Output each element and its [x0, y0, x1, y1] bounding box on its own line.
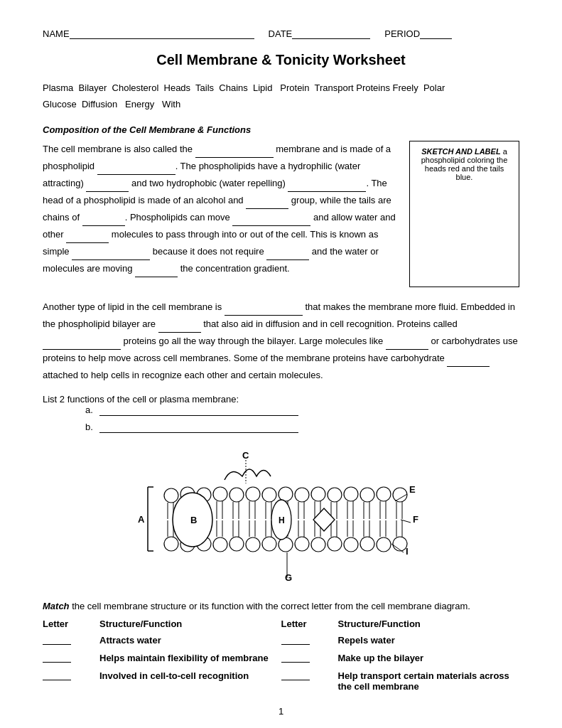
svg-point-82	[229, 537, 244, 551]
blank-10[interactable]	[266, 250, 309, 260]
svg-point-13	[328, 488, 342, 502]
label-C: C	[242, 450, 249, 461]
blank-answer-1[interactable]	[43, 635, 71, 645]
blank-answer-r2[interactable]	[281, 653, 310, 663]
svg-point-84	[262, 537, 276, 551]
name-label: NAME	[43, 28, 70, 39]
label-G: G	[285, 572, 292, 583]
list-label-a: a.	[85, 405, 99, 416]
spike-C	[225, 469, 271, 480]
blank-answer-r1[interactable]	[281, 635, 310, 645]
match-row-1: Attracts water Repels water	[43, 635, 519, 647]
svg-point-10	[279, 487, 293, 501]
svg-point-78	[164, 537, 178, 551]
header-line: NAME DATE PERIOD	[43, 28, 519, 39]
name-field: NAME	[43, 28, 254, 39]
blank-2[interactable]	[97, 165, 175, 175]
svg-point-11	[295, 488, 309, 502]
word-bank-text: Plasma Bilayer Cholesterol Heads Tails C…	[43, 82, 445, 109]
svg-point-86	[295, 537, 309, 551]
sketch-box: SKETCH AND LABEL a phospholipid coloring…	[409, 141, 519, 287]
match-desc-1: Attracts water	[99, 635, 281, 646]
svg-point-6	[213, 487, 227, 501]
blank-1[interactable]	[195, 148, 274, 158]
word-bank: Plasma Bilayer Cholesterol Heads Tails C…	[43, 80, 519, 113]
svg-point-12	[311, 487, 325, 501]
match-row-2: Helps maintain flexibility of membrane M…	[43, 653, 519, 665]
match-intro: Match the cell membrane structure or its…	[43, 601, 519, 611]
blank-12[interactable]	[225, 306, 303, 316]
svg-point-89	[344, 537, 358, 552]
label-B: B	[190, 515, 197, 525]
blank-11[interactable]	[135, 267, 178, 277]
list-label-b: b.	[85, 422, 99, 433]
label-H: H	[279, 515, 285, 525]
label-I: I	[406, 546, 409, 557]
list-line-a[interactable]	[99, 405, 298, 416]
match-desc-r3: Help transport certain materials across …	[338, 670, 520, 692]
name-underline[interactable]	[70, 38, 254, 39]
match-blank-r1	[281, 635, 338, 647]
match-desc-r1: Repels water	[338, 635, 520, 646]
blank-4[interactable]	[288, 182, 366, 192]
period-field: PERIOD	[384, 28, 452, 39]
svg-point-87	[311, 537, 325, 552]
blank-15[interactable]	[386, 340, 428, 350]
list-item-a: a.	[85, 405, 519, 416]
blank-13[interactable]	[158, 323, 201, 333]
col-structure-1: Structure/Function	[99, 619, 281, 629]
svg-point-17	[393, 488, 407, 502]
period-underline[interactable]	[420, 38, 452, 39]
composition-section: The cell membrane is also called the mem…	[43, 141, 519, 287]
match-bold: Match	[43, 601, 70, 611]
cell-membrane-diagram: A	[132, 444, 431, 587]
blank-answer-r3[interactable]	[281, 670, 310, 680]
date-field: DATE	[269, 28, 371, 39]
composition-section-title: Composition of the Cell Membrane & Funct…	[43, 124, 519, 135]
match-section: Match the cell membrane structure or its…	[43, 601, 519, 692]
blank-14[interactable]	[43, 340, 121, 350]
svg-point-92	[393, 537, 407, 551]
blank-9[interactable]	[72, 250, 150, 260]
diagram-area: A	[43, 444, 519, 587]
blank-7[interactable]	[232, 216, 310, 226]
blank-5[interactable]	[246, 199, 288, 209]
blank-16[interactable]	[447, 357, 490, 367]
svg-point-9	[262, 488, 276, 502]
blank-answer-3[interactable]	[43, 670, 71, 680]
label-E: E	[409, 484, 416, 495]
page-title: Cell Membrane & Tonicity Worksheet	[43, 52, 519, 68]
page-number: 1	[43, 706, 519, 717]
sketch-title: SKETCH AND LABEL	[421, 147, 500, 156]
list-line-b[interactable]	[99, 422, 298, 433]
list-section: List 2 functions of the cell or plasma m…	[43, 394, 519, 433]
blank-3[interactable]	[86, 182, 129, 192]
match-blank-1	[43, 635, 99, 647]
blank-8[interactable]	[66, 233, 109, 243]
paragraph-2: Another type of lipid in the cell membra…	[43, 299, 519, 384]
match-row-3: Involved in cell-to-cell recognition Hel…	[43, 670, 519, 692]
svg-point-14	[344, 487, 358, 501]
svg-point-3	[164, 488, 178, 503]
blank-6[interactable]	[82, 216, 125, 226]
match-blank-2	[43, 653, 99, 665]
svg-line-97	[391, 544, 404, 552]
date-underline[interactable]	[292, 38, 370, 39]
svg-point-8	[246, 487, 260, 501]
match-rest: the cell membrane structure or its funct…	[72, 601, 470, 611]
svg-point-16	[377, 487, 391, 501]
label-F: F	[413, 514, 418, 525]
svg-point-7	[229, 488, 244, 502]
blank-answer-2[interactable]	[43, 653, 71, 663]
match-desc-r2: Make up the bilayer	[338, 653, 520, 663]
match-blank-3	[43, 670, 99, 682]
composition-paragraph: The cell membrane is also called the mem…	[43, 141, 398, 277]
svg-point-15	[360, 488, 374, 502]
match-desc-3: Involved in cell-to-cell recognition	[99, 670, 281, 681]
period-label: PERIOD	[384, 28, 420, 39]
match-blank-r2	[281, 653, 338, 665]
label-A: A	[138, 514, 145, 525]
match-blank-r3	[281, 670, 338, 682]
svg-point-81	[213, 537, 227, 552]
match-header: Letter Structure/Function Letter Structu…	[43, 619, 519, 629]
